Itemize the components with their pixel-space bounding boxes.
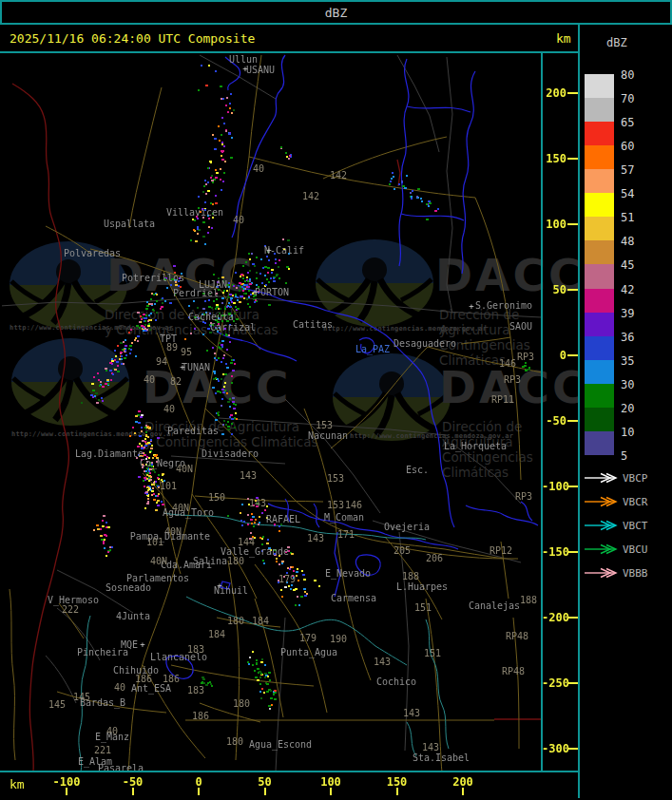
legend-value-label: 54 [621, 187, 634, 200]
x-axis-tick-label: -50 [123, 775, 144, 789]
y-axis-tick-label: -150 [542, 545, 566, 559]
y-axis-tick-label: 150 [542, 152, 566, 165]
legend-swatch [585, 384, 614, 408]
vector-legend-label: VBCU [623, 543, 648, 556]
radar-echoes-canvas [2, 53, 542, 772]
y-axis-unit: km [556, 31, 571, 46]
y-axis-tick [567, 486, 578, 487]
legend-swatch [585, 264, 614, 288]
legend-swatch [585, 289, 614, 313]
legend-value-label: 45 [621, 258, 634, 272]
y-axis-tick-label: -300 [542, 742, 566, 755]
vector-legend-label: VBBB [623, 567, 648, 580]
title-bar: dBZ [0, 0, 672, 25]
legend-value-label: 80 [621, 68, 634, 82]
x-axis-tick-label: -100 [53, 775, 81, 789]
legend-swatch [585, 240, 614, 264]
legend-swatch [585, 169, 614, 193]
legend-value-label: 57 [621, 163, 634, 177]
legend-title: dBZ [606, 36, 627, 49]
legend-swatch [585, 217, 614, 240]
legend-value-label: 30 [621, 378, 634, 391]
y-axis-tick [567, 617, 578, 619]
legend-swatch [585, 145, 614, 169]
y-axis-tick [567, 289, 578, 291]
y-axis-tick [567, 354, 578, 356]
status-row: 2025/11/16 06:24:00 UTC Composite km [2, 27, 578, 51]
y-axis-tick-label: -50 [542, 414, 566, 428]
vector-arrow-vbct [585, 522, 616, 530]
vector-legend-label: VBCT [623, 520, 648, 532]
y-axis-tick-label: 200 [542, 86, 566, 100]
y-axis-tick-label: 0 [542, 349, 566, 362]
legend-value-label: 70 [621, 92, 634, 105]
map-bottom-border [0, 771, 580, 772]
y-axis-tick-label: -250 [542, 676, 566, 690]
legend-swatch [585, 98, 614, 122]
x-axis-tick [198, 788, 200, 795]
legend-swatch [585, 408, 614, 431]
x-axis-unit: km [10, 777, 25, 791]
vector-legend-label: VBCP [623, 472, 648, 485]
legend-swatch [585, 336, 614, 360]
y-axis-tick [567, 158, 578, 160]
legend-value-label: 10 [621, 426, 634, 439]
legend-value-label: 5 [621, 449, 627, 463]
legend-value-label: 65 [621, 116, 634, 129]
x-axis-tick-label: 50 [258, 775, 271, 789]
vector-arrow-vbbb [585, 569, 616, 578]
legend-value-label: 60 [621, 140, 634, 153]
map-top-border [0, 51, 580, 53]
timestamp: 2025/11/16 06:24:00 UTC Composite [10, 31, 255, 46]
legend-swatch [585, 74, 614, 98]
legend-swatch [585, 360, 614, 384]
legend-swatch [585, 431, 614, 455]
legend-value-label: 51 [621, 211, 634, 224]
x-axis-tick [264, 788, 266, 795]
y-axis-tick [567, 223, 578, 225]
y-axis-tick [567, 420, 578, 422]
legend-value-label: 39 [621, 307, 634, 320]
legend-swatch [585, 193, 614, 217]
vector-arrow-vbcr [585, 498, 616, 506]
vector-arrow-vbcp [585, 474, 616, 483]
y-axis-tick [567, 551, 578, 553]
x-axis-tick [132, 788, 134, 795]
radar-window: dBZ 2025/11/16 06:24:00 UTC Composite km [0, 0, 672, 800]
x-axis-tick-label: 0 [195, 775, 202, 789]
y-axis-tick-label: -200 [542, 611, 566, 624]
vector-legend-label: VBCR [623, 496, 648, 508]
x-axis-tick [462, 788, 464, 795]
y-axis-tick-label: -100 [542, 480, 566, 493]
window-title: dBZ [325, 6, 347, 20]
x-axis-tick [396, 788, 398, 795]
y-axis-tick [567, 682, 578, 684]
legend-swatch [585, 313, 614, 336]
x-axis-tick-label: 150 [387, 775, 408, 789]
legend-swatch [585, 122, 614, 145]
y-axis-tick [567, 748, 578, 750]
legend-value-label: 48 [621, 235, 634, 248]
y-axis-tick [567, 92, 578, 94]
x-axis-tick-label: 100 [320, 775, 341, 789]
legend-value-label: 36 [621, 331, 634, 344]
legend-value-label: 35 [621, 354, 634, 368]
vector-arrow-vbcu [585, 545, 616, 554]
y-axis-tick-label: 50 [542, 283, 566, 296]
legend-value-label: 42 [621, 283, 634, 296]
x-axis-tick [66, 788, 67, 795]
x-axis-tick [330, 788, 332, 795]
x-axis-tick-label: 200 [452, 775, 473, 789]
y-axis-tick-label: 100 [542, 218, 566, 231]
legend-value-label: 20 [621, 402, 634, 415]
